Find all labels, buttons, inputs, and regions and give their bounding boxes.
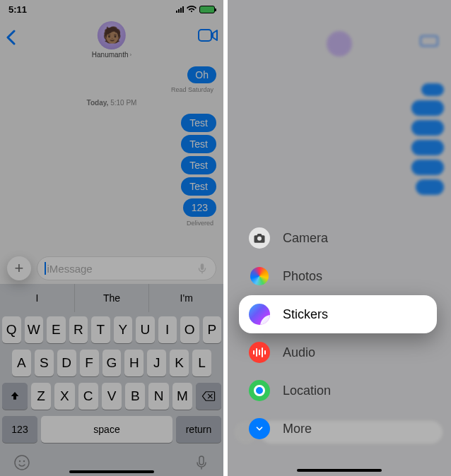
menu-label: Stickers xyxy=(283,307,328,322)
predictive-bar: I The I'm xyxy=(0,284,223,312)
menu-label: More xyxy=(283,422,312,436)
date-separator: Today, 5:10 PM xyxy=(7,99,216,107)
key-r[interactable]: R xyxy=(69,316,88,343)
key-f[interactable]: F xyxy=(80,350,99,376)
key-v[interactable]: V xyxy=(102,383,122,410)
apps-plus-button[interactable]: + xyxy=(7,256,31,280)
cellular-icon xyxy=(176,6,184,13)
key-row-3: Z X C V B N M xyxy=(2,383,221,410)
key-m[interactable]: M xyxy=(172,383,192,410)
back-button[interactable] xyxy=(6,21,16,49)
menu-label: Location xyxy=(283,383,331,398)
menu-label: Photos xyxy=(283,269,322,284)
apps-menu-screen: Camera Photos Stickers Audio Location Mo… xyxy=(228,0,451,476)
key-d[interactable]: D xyxy=(57,350,76,376)
wifi-icon xyxy=(187,6,197,13)
backspace-icon xyxy=(201,391,216,401)
key-j[interactable]: J xyxy=(147,350,166,376)
key-l[interactable]: L xyxy=(192,350,211,376)
keyboard: Q W E R T Y U I O P A S D F G H J K L Z xyxy=(0,312,223,476)
menu-label: Audio xyxy=(283,345,315,360)
audio-icon xyxy=(249,342,270,363)
delete-key[interactable] xyxy=(196,383,221,410)
message-bubble[interactable]: Test xyxy=(181,156,216,174)
message-bubble[interactable]: Test xyxy=(181,114,216,132)
prediction[interactable]: I'm xyxy=(149,284,223,312)
key-c[interactable]: C xyxy=(78,383,98,410)
menu-audio[interactable]: Audio xyxy=(239,333,437,371)
key-s[interactable]: S xyxy=(35,350,54,376)
key-n[interactable]: N xyxy=(148,383,168,410)
message-bubble[interactable]: Oh xyxy=(187,66,216,83)
prediction[interactable]: I xyxy=(0,284,74,312)
svg-rect-1 xyxy=(201,263,204,270)
key-t[interactable]: T xyxy=(91,316,110,343)
chevron-right-icon: › xyxy=(130,52,132,58)
status-bar: 5:11 xyxy=(0,0,223,18)
space-key[interactable]: space xyxy=(41,416,172,443)
shift-icon xyxy=(9,391,20,402)
svg-point-4 xyxy=(23,460,25,462)
location-icon xyxy=(249,380,270,401)
key-row-2: A S D F G H J K L xyxy=(2,350,221,376)
svg-point-3 xyxy=(19,460,20,462)
dictation-button[interactable] xyxy=(193,454,210,471)
message-bubble[interactable]: 123 xyxy=(183,198,216,217)
key-h[interactable]: H xyxy=(124,350,144,376)
battery-icon xyxy=(199,6,215,13)
contact-name: Hanumanth › xyxy=(92,51,131,59)
home-indicator[interactable] xyxy=(297,469,382,472)
key-o[interactable]: O xyxy=(180,316,199,343)
menu-more[interactable]: More xyxy=(239,410,437,448)
compose-bar: + iMessage xyxy=(0,253,223,284)
menu-camera[interactable]: Camera xyxy=(239,219,437,257)
facetime-button[interactable] xyxy=(198,21,218,45)
menu-stickers[interactable]: Stickers xyxy=(239,295,437,333)
key-b[interactable]: B xyxy=(125,383,145,410)
menu-location[interactable]: Location xyxy=(239,371,437,410)
menu-photos[interactable]: Photos xyxy=(239,257,437,295)
key-x[interactable]: X xyxy=(54,383,74,410)
key-z[interactable]: Z xyxy=(31,383,51,410)
key-row-4: 123 space return xyxy=(2,416,221,443)
key-y[interactable]: Y xyxy=(114,316,133,343)
message-thread[interactable]: Oh Read Saturday Today, 5:10 PM Test Tes… xyxy=(0,62,223,250)
svg-rect-5 xyxy=(199,456,204,465)
text-cursor xyxy=(45,262,46,275)
emoji-button[interactable] xyxy=(13,454,30,471)
message-placeholder: iMessage xyxy=(47,263,197,275)
message-input[interactable]: iMessage xyxy=(37,256,216,280)
key-g[interactable]: G xyxy=(102,350,122,376)
svg-point-6 xyxy=(257,237,262,241)
message-bubble[interactable]: Test xyxy=(181,177,216,196)
menu-label: Camera xyxy=(283,231,328,246)
key-a[interactable]: A xyxy=(12,350,31,376)
key-w[interactable]: W xyxy=(25,316,44,343)
numbers-key[interactable]: 123 xyxy=(2,416,37,443)
avatar: 🧑🏽 xyxy=(98,21,126,49)
svg-point-2 xyxy=(15,456,29,470)
plus-icon: + xyxy=(15,261,24,276)
prediction[interactable]: The xyxy=(74,284,150,312)
mic-icon[interactable] xyxy=(196,262,209,275)
key-i[interactable]: I xyxy=(158,316,177,343)
apps-menu: Camera Photos Stickers Audio Location Mo… xyxy=(239,219,437,448)
svg-rect-0 xyxy=(199,30,211,41)
status-time: 5:11 xyxy=(8,4,27,15)
contact-info[interactable]: 🧑🏽 Hanumanth › xyxy=(92,21,131,59)
shift-key[interactable] xyxy=(2,383,28,410)
home-indicator[interactable] xyxy=(69,470,154,473)
status-icons xyxy=(176,6,215,13)
messages-screen: 5:11 🧑🏽 Hanumanth › Oh Read Saturday Tod… xyxy=(0,0,223,476)
key-q[interactable]: Q xyxy=(2,316,21,343)
key-k[interactable]: K xyxy=(170,350,189,376)
key-e[interactable]: E xyxy=(47,316,66,343)
more-icon xyxy=(249,418,270,439)
return-key[interactable]: return xyxy=(176,416,221,443)
key-row-1: Q W E R T Y U I O P xyxy=(2,316,221,343)
key-p[interactable]: P xyxy=(203,316,222,343)
conversation-header: 🧑🏽 Hanumanth › xyxy=(0,18,223,62)
stickers-icon xyxy=(249,304,270,325)
message-bubble[interactable]: Test xyxy=(181,135,216,153)
key-u[interactable]: U xyxy=(136,316,155,343)
